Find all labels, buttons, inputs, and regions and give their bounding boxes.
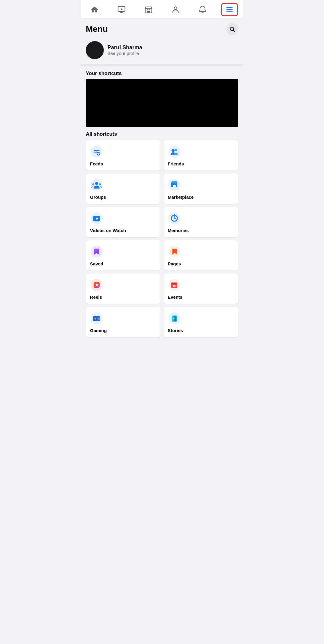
- shortcut-stories[interactable]: Stories: [164, 307, 238, 337]
- search-button[interactable]: [226, 23, 238, 35]
- videos-on-watch-icon: [90, 212, 103, 225]
- pages-label: Pages: [168, 261, 234, 266]
- pages-icon: [168, 245, 181, 258]
- nav-notifications-button[interactable]: [194, 3, 211, 16]
- profile-section[interactable]: Parul Sharma See your profile: [81, 39, 243, 64]
- groups-label: Groups: [90, 195, 156, 200]
- nav-profile-button[interactable]: [167, 3, 184, 16]
- marketplace-label: Marketplace: [168, 195, 234, 200]
- saved-icon: [90, 245, 103, 258]
- svg-line-11: [233, 30, 235, 32]
- shortcut-pages[interactable]: Pages: [164, 240, 238, 271]
- friends-icon: [168, 145, 181, 158]
- memories-icon: [168, 212, 181, 225]
- shortcut-reels[interactable]: Reels: [86, 274, 160, 304]
- feeds-icon: [90, 145, 103, 158]
- svg-point-53: [100, 319, 100, 319]
- svg-point-36: [174, 214, 175, 216]
- shortcut-saved[interactable]: Saved: [86, 240, 160, 271]
- shortcuts-preview: [86, 79, 238, 127]
- svg-rect-44: [171, 283, 177, 284]
- shortcuts-label: Your shortcuts: [86, 71, 238, 77]
- svg-rect-51: [94, 319, 96, 319]
- main-content: Menu Parul Sharma See your profile Your …: [81, 18, 243, 343]
- shortcut-marketplace[interactable]: Marketplace: [164, 174, 238, 204]
- svg-rect-60: [173, 317, 176, 317]
- all-shortcuts-label: All shortcuts: [81, 127, 243, 140]
- marketplace-icon: [168, 178, 181, 192]
- svg-rect-61: [173, 318, 175, 319]
- nav-marketplace-button[interactable]: [140, 3, 157, 16]
- avatar: [86, 41, 104, 59]
- svg-point-24: [99, 183, 101, 186]
- svg-rect-59: [172, 316, 174, 322]
- memories-label: Memories: [168, 228, 234, 233]
- shortcut-gaming[interactable]: Gaming: [86, 307, 160, 337]
- svg-rect-14: [94, 152, 98, 153]
- svg-rect-5: [147, 11, 150, 13]
- videos-on-watch-label: Videos on Watch: [90, 228, 156, 233]
- svg-point-52: [99, 318, 100, 319]
- svg-rect-27: [173, 185, 176, 187]
- shortcut-friends[interactable]: Friends: [164, 140, 238, 171]
- svg-point-18: [168, 146, 180, 158]
- search-icon: [229, 26, 235, 32]
- nav-watch-button[interactable]: [113, 3, 130, 16]
- svg-rect-8: [226, 9, 233, 10]
- events-icon: [168, 278, 181, 292]
- section-divider: [81, 64, 243, 66]
- svg-rect-3: [121, 11, 122, 12]
- svg-point-23: [92, 183, 94, 186]
- profile-info: Parul Sharma See your profile: [107, 44, 142, 56]
- svg-rect-13: [94, 150, 100, 151]
- saved-label: Saved: [90, 261, 156, 266]
- top-navigation: [81, 0, 243, 18]
- stories-label: Stories: [168, 328, 234, 333]
- svg-point-22: [95, 182, 98, 185]
- svg-point-20: [175, 149, 177, 151]
- nav-menu-button[interactable]: [221, 3, 238, 16]
- svg-point-54: [98, 319, 99, 319]
- gaming-label: Gaming: [90, 328, 156, 333]
- groups-icon: [90, 178, 103, 192]
- events-label: Events: [168, 295, 234, 300]
- reels-label: Reels: [90, 295, 156, 300]
- svg-marker-1: [121, 8, 123, 10]
- svg-point-19: [172, 149, 175, 152]
- svg-rect-31: [94, 222, 99, 222]
- stories-icon: [168, 312, 181, 325]
- svg-rect-9: [226, 11, 233, 12]
- svg-point-55: [99, 319, 100, 320]
- menu-title: Menu: [86, 24, 108, 34]
- shortcuts-grid: Feeds Friends: [81, 140, 243, 343]
- feeds-label: Feeds: [90, 161, 156, 166]
- profile-name: Parul Sharma: [107, 44, 142, 51]
- svg-rect-17: [97, 153, 100, 154]
- shortcut-events[interactable]: Events: [164, 274, 238, 304]
- nav-home-button[interactable]: [86, 3, 103, 16]
- shortcut-feeds[interactable]: Feeds: [86, 140, 160, 171]
- svg-rect-7: [226, 7, 233, 8]
- reels-icon: [90, 278, 103, 292]
- svg-rect-2: [120, 12, 123, 13]
- gaming-icon: [90, 312, 103, 325]
- friends-label: Friends: [168, 161, 234, 166]
- profile-subtitle: See your profile: [107, 51, 142, 56]
- shortcut-groups[interactable]: Groups: [86, 174, 160, 204]
- shortcut-videos-on-watch[interactable]: Videos on Watch: [86, 207, 160, 237]
- menu-header: Menu: [81, 18, 243, 39]
- shortcut-memories[interactable]: Memories: [164, 207, 238, 237]
- svg-point-6: [174, 7, 177, 10]
- your-shortcuts-section: Your shortcuts: [81, 66, 243, 127]
